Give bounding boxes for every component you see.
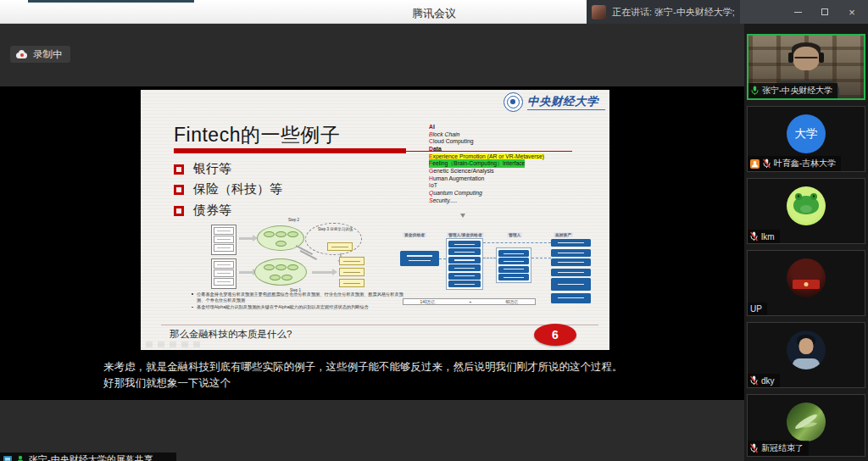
manager-column-2 — [496, 247, 531, 283]
flow-box — [214, 269, 234, 277]
participants-sidebar[interactable]: 张宁-中央财经大学 大学 叶育鑫-吉林大学 lkm — [744, 24, 868, 461]
speaking-label: 正在讲话: 张宁-中央财经大学; — [612, 6, 735, 19]
bullet-square-icon — [174, 206, 184, 216]
mini-ellipse — [275, 241, 287, 247]
tech-item-human: Human Augmentation — [429, 175, 580, 182]
close-button[interactable]: × — [844, 4, 860, 19]
total-value: 140万亿 — [420, 299, 436, 304]
photo-shirt — [793, 358, 820, 369]
flow-box — [214, 244, 234, 252]
university-name: 中央财经大学 — [527, 94, 598, 109]
recording-badge[interactable]: 录制中 — [10, 46, 70, 63]
data-box — [551, 269, 591, 276]
participant-tile-zhangning[interactable]: 张宁-中央财经大学 — [747, 34, 865, 100]
maximize-icon — [821, 8, 828, 15]
screen-share-banner[interactable]: 张宁-中央财经大学的屏幕共享 — [0, 453, 176, 461]
page-number-badge: 6 — [534, 324, 576, 346]
participant-label: UP — [748, 303, 767, 315]
participant-label: 新冠结束了 — [748, 441, 809, 456]
title-bar-right: 正在讲话: 张宁-中央财经大学; × — [587, 0, 868, 24]
presenter-icon — [16, 455, 25, 461]
output-box — [339, 257, 364, 265]
tech-item-iot: IoT — [429, 182, 580, 190]
mic-muted-icon — [763, 158, 771, 169]
participant-tile-yeyuxin[interactable]: 大学 叶育鑫-吉林大学 — [747, 106, 865, 172]
participant-tile-xinguan[interactable]: 新冠结束了 — [747, 394, 865, 457]
person-silhouette — [795, 57, 818, 62]
title-bar[interactable] — [0, 0, 587, 24]
poster-band — [793, 280, 820, 289]
participant-label: lkm — [748, 230, 780, 243]
data-box — [551, 293, 591, 303]
output-box — [339, 268, 364, 276]
flow-box — [214, 227, 234, 235]
mic-muted-icon — [750, 375, 758, 386]
participant-tile-dky[interactable]: dky — [747, 322, 865, 388]
connector-line — [483, 242, 551, 243]
slide-question: 那么金融科技的本质是什么? — [170, 328, 292, 341]
data-box — [448, 248, 481, 255]
note-line: 基金经理Alpha能力识别及预测的关键在于Alpha能力的识别以及宏观经济状态的… — [192, 304, 405, 310]
tech-item-genetic: Genetic Science/Analysis — [429, 167, 580, 175]
window-controls: × — [790, 0, 868, 24]
avatar-poster-image — [787, 258, 826, 297]
mouse-cursor-icon — [460, 214, 465, 218]
participant-name: 叶育鑫-吉林大学 — [774, 158, 836, 169]
mini-ellipse — [287, 231, 298, 237]
frog-belly — [800, 205, 812, 213]
avatar-photo-image — [787, 330, 826, 369]
input-stack — [211, 225, 236, 255]
headphones — [819, 53, 824, 63]
bullet-square-icon — [174, 164, 184, 175]
mini-ellipse — [281, 275, 292, 280]
slide-bullet-2: 保险（科技）等 — [174, 181, 282, 197]
result-boxes — [339, 257, 364, 287]
cloud-recording-icon — [16, 53, 27, 58]
maximize-button[interactable] — [817, 4, 832, 19]
share-banner-label: 张宁-中央财经大学的屏幕共享 — [29, 453, 153, 461]
output-box — [339, 279, 364, 287]
participant-tile-up[interactable]: UP — [747, 250, 865, 316]
flow-box — [214, 236, 234, 243]
tech-item-feeling: Feeling（Brain-Computing）Interface — [429, 159, 580, 167]
note-line: 公募基金持仓穿透分析及预测主要包括股票综合仓位分析及预测、行业仓位分析及预测、股… — [192, 292, 405, 303]
participant-tile-lkm[interactable]: lkm — [747, 178, 865, 244]
minimize-button[interactable] — [790, 4, 805, 19]
data-box — [498, 258, 529, 264]
participant-label: dky — [748, 374, 780, 387]
shared-screen-area: 中央财经大学 Fintech的一些例子 银行等 保险（科技）等 债券等 AI — [0, 86, 744, 400]
close-icon: × — [849, 7, 855, 18]
slide-footer-divider — [161, 325, 598, 325]
data-box — [551, 258, 591, 266]
tech-item-ai: AI — [429, 123, 580, 131]
data-box — [448, 264, 481, 271]
participant-label: 张宁-中央财经大学 — [748, 83, 837, 98]
totals-bar: 140万亿 ＋ 60万亿 — [403, 298, 536, 305]
connector-line — [531, 258, 551, 258]
arrow-right-icon — [239, 237, 253, 240]
mini-ellipse — [264, 264, 275, 270]
step2-label: Step 2 — [288, 218, 299, 222]
mini-ellipse — [264, 231, 275, 237]
tech-list: AI Block Chain Cloud Computing Data Expe… — [429, 123, 580, 204]
participant-name: lkm — [761, 232, 775, 242]
headphones — [788, 53, 793, 63]
caption-line-2: 好那我们就想象一下说这个 — [103, 375, 697, 392]
presentation-slide: 中央财经大学 Fintech的一些例子 银行等 保险（科技）等 债券等 AI — [141, 90, 609, 350]
flow-box — [214, 261, 234, 269]
tech-item-cloud: Cloud Computing — [429, 137, 580, 145]
screen-share-icon — [3, 455, 12, 461]
host-badge-icon — [750, 159, 760, 169]
data-box — [448, 241, 481, 247]
participant-name: 新冠结束了 — [761, 442, 804, 454]
participant-name: UP — [750, 304, 762, 314]
slide-notes: 公募基金持仓穿透分析及预测主要包括股票综合仓位分析及预测、行业仓位分析及预测、股… — [192, 292, 405, 312]
mic-muted-icon — [750, 231, 758, 242]
mic-muted-icon — [750, 443, 758, 453]
connector-line — [483, 258, 496, 258]
data-box — [498, 266, 529, 273]
meeting-window: 腾讯会议 正在讲话: 张宁-中央财经大学; × 录制中 中央财经大学 Finte… — [0, 0, 868, 461]
data-box — [498, 250, 529, 257]
tech-item-data: Data — [429, 145, 580, 153]
avatar-dragonfly-image — [787, 403, 826, 442]
